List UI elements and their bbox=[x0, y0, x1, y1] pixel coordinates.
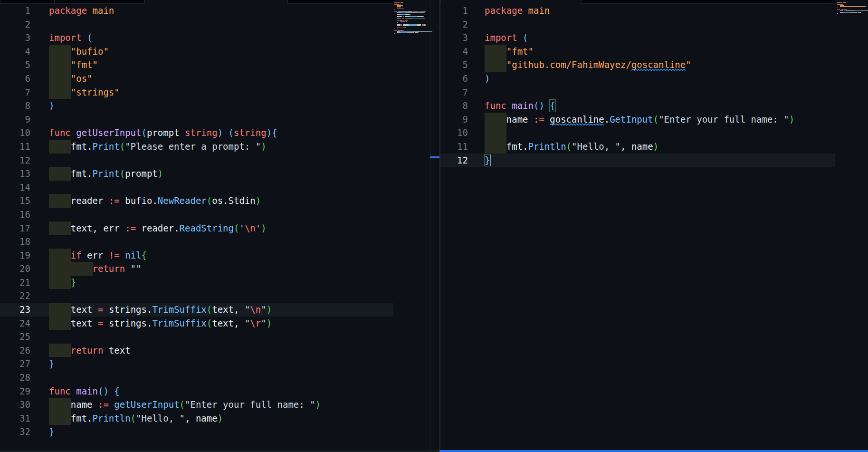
line-number: 7 bbox=[0, 86, 30, 99]
code-token bbox=[523, 5, 528, 16]
code-line[interactable]: 10 bbox=[440, 126, 868, 140]
code-line[interactable]: 6"os" bbox=[0, 72, 439, 86]
code-line[interactable]: 19if err != nil{ bbox=[0, 249, 439, 262]
code-line[interactable]: 5"fmt" bbox=[0, 58, 439, 72]
code-token: } bbox=[49, 426, 54, 437]
code-line[interactable]: 3import ( bbox=[0, 31, 439, 45]
code-line[interactable]: 2 bbox=[0, 18, 439, 31]
code-line[interactable]: 22 bbox=[0, 289, 439, 303]
minimap-code-line bbox=[431, 31, 432, 32]
code-line[interactable]: 32} bbox=[0, 425, 439, 439]
code-line[interactable]: 12 bbox=[0, 154, 439, 167]
code-line[interactable]: 2 bbox=[440, 18, 868, 31]
tab-sliver-2[interactable] bbox=[55, 0, 144, 4]
minimap-code-line bbox=[405, 16, 410, 17]
code-line[interactable]: 28 bbox=[0, 371, 439, 385]
code-token: " bbox=[261, 318, 266, 328]
code-line[interactable]: 7"strings" bbox=[0, 86, 439, 99]
code-line[interactable]: 17text, err := reader.ReadString('\n') bbox=[0, 221, 439, 235]
code-line[interactable]: 9 bbox=[0, 113, 439, 126]
code-line[interactable]: 10func getUserInput(prompt string) (stri… bbox=[0, 126, 439, 140]
code-line[interactable]: 1package main bbox=[0, 4, 439, 18]
code-token bbox=[180, 127, 185, 138]
code-token: fmt. bbox=[71, 413, 93, 423]
minimap-code-line bbox=[424, 12, 425, 13]
code-token: ) bbox=[49, 100, 54, 111]
code-token: , bbox=[620, 141, 626, 152]
code-token: func bbox=[49, 127, 71, 138]
line-text: reader := bufio.NewReader(os.Stdin) bbox=[49, 194, 261, 208]
code-line[interactable]: 23text = strings.TrimSuffix(text, "\n") bbox=[0, 303, 439, 317]
code-line[interactable]: 4"fmt" bbox=[440, 45, 868, 58]
code-line[interactable]: 11fmt.Println("Hello, ", name) bbox=[440, 140, 868, 154]
code-line[interactable]: 4"bufio" bbox=[0, 45, 439, 58]
minimap-code-line bbox=[424, 19, 425, 19]
minimap-code-line bbox=[401, 2, 403, 3]
code-line[interactable]: 7 bbox=[440, 86, 868, 99]
pane-right: 1package main23import (4"fmt"5"github.co… bbox=[440, 0, 868, 452]
line-number: 21 bbox=[0, 276, 30, 289]
tab-sliver-active-right[interactable] bbox=[440, 0, 582, 4]
code-line[interactable]: 8func main() { bbox=[440, 99, 868, 113]
code-token: getUserInput bbox=[76, 127, 141, 138]
code-line[interactable]: 1package main bbox=[440, 4, 868, 18]
code-token bbox=[109, 386, 114, 396]
code-line[interactable]: 30name := getUserInput("Enter your full … bbox=[0, 398, 439, 412]
code-token: " bbox=[261, 304, 266, 315]
code-line[interactable]: 18 bbox=[0, 235, 439, 249]
code-line[interactable]: 26return text bbox=[0, 344, 439, 357]
code-token: ) bbox=[267, 127, 272, 138]
bottom-border-left bbox=[0, 451, 439, 452]
code-line[interactable]: 14 bbox=[0, 181, 439, 194]
code-line[interactable]: 21} bbox=[0, 276, 439, 289]
indent-guide-block bbox=[49, 276, 71, 289]
indent-guide-block bbox=[49, 72, 71, 86]
line-number: 17 bbox=[0, 221, 30, 235]
minimap-code-line bbox=[397, 16, 402, 17]
line-text: text, err := reader.ReadString('\n') bbox=[49, 221, 267, 235]
code-line[interactable]: 12} bbox=[440, 154, 868, 167]
minimap-code-line bbox=[403, 16, 404, 17]
minimap-left[interactable] bbox=[394, 2, 430, 59]
code-line[interactable]: 6) bbox=[440, 72, 868, 86]
code-token: " bbox=[245, 304, 250, 315]
code-token: package bbox=[485, 5, 523, 16]
line-number: 12 bbox=[0, 154, 30, 167]
code-token bbox=[109, 399, 114, 410]
indent-guide-block bbox=[49, 140, 71, 154]
minimap-code-line bbox=[849, 12, 856, 13]
code-token: ) bbox=[485, 73, 490, 84]
code-token: "fmt" bbox=[506, 46, 534, 57]
code-line[interactable]: 3import ( bbox=[440, 31, 868, 45]
code-line[interactable]: 16 bbox=[0, 208, 439, 221]
code-line[interactable]: 27} bbox=[0, 357, 439, 371]
code-line[interactable]: 29func main() { bbox=[0, 385, 439, 398]
code-token bbox=[82, 250, 87, 260]
minimap-code-line bbox=[407, 20, 408, 21]
code-line[interactable]: 31fmt.Println("Hello, ", name) bbox=[0, 412, 439, 425]
code-token: ( bbox=[207, 304, 212, 315]
code-line[interactable]: 13fmt.Print(prompt) bbox=[0, 167, 439, 181]
code-line[interactable]: 15reader := bufio.NewReader(os.Stdin) bbox=[0, 194, 439, 208]
minimap-code-line bbox=[407, 19, 412, 19]
code-line[interactable]: 20return "" bbox=[0, 262, 439, 276]
minimap-right[interactable] bbox=[837, 2, 868, 31]
line-number: 13 bbox=[0, 167, 30, 181]
minimap-code-line bbox=[401, 21, 405, 22]
code-line[interactable]: 8) bbox=[0, 99, 439, 113]
code-line[interactable]: 9name := goscanline.GetInput("Enter your… bbox=[440, 113, 868, 126]
code-token: text, bbox=[212, 318, 239, 328]
tab-sliver-active-left[interactable] bbox=[144, 0, 288, 4]
line-number: 9 bbox=[440, 113, 468, 126]
tab-sliver-1[interactable] bbox=[0, 0, 55, 4]
minimap-code-line bbox=[843, 2, 846, 3]
code-line[interactable]: 11fmt.Print("Please enter a prompt: ") bbox=[0, 140, 439, 154]
minimap-code-line bbox=[426, 11, 427, 12]
code-token: string bbox=[185, 127, 218, 138]
indent-guide-block bbox=[49, 167, 71, 181]
minimap-code-line bbox=[402, 19, 404, 19]
code-token bbox=[190, 413, 195, 423]
code-line[interactable]: 24text = strings.TrimSuffix(text, "\r") bbox=[0, 317, 439, 330]
code-line[interactable]: 25 bbox=[0, 330, 439, 344]
line-number: 16 bbox=[0, 208, 30, 221]
